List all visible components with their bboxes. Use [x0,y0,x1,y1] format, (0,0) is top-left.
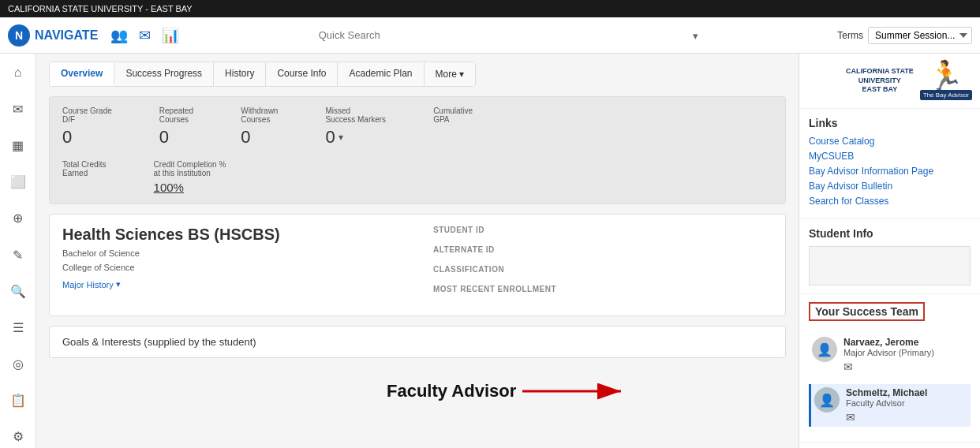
university-title: CALIFORNIA STATE UNIVERSITY - EAST BAY [8,4,193,13]
csu-logo-area: CALIFORNIA STATEUNIVERSITYEAST BAY 🏃 The… [799,54,980,109]
member-name-narvaez: Narvaez, Jerome [843,337,967,348]
link-course-catalog[interactable]: Course Catalog [809,136,971,147]
right-sidebar: CALIFORNIA STATEUNIVERSITYEAST BAY 🏃 The… [799,54,980,448]
calendar-icon[interactable]: ▦ [6,134,30,156]
goals-title: Goals & Interests (supplied by the stude… [62,336,256,348]
stat-credits: Total CreditsEarned [62,160,107,194]
program-college: College of Science [62,261,402,275]
classification-label: CLASSIFICATION [433,265,772,274]
program-section: Health Sciences BS (HSCBS) Bachelor of S… [49,214,786,316]
search-icon[interactable]: 🔍 [6,280,30,302]
students-icon[interactable]: 👥 [110,27,128,44]
email-icon-narvaez[interactable]: ✉ [843,360,853,373]
stat-course-grade-value: 0 [62,127,112,147]
student-info-box [809,246,971,286]
notes-icon[interactable]: 📋 [6,390,30,412]
program-right: STUDENT ID ALTERNATE ID CLASSIFICATION M… [433,226,772,304]
chart-icon[interactable]: ◎ [6,353,30,375]
avatar-narvaez: 👤 [812,337,837,362]
member-info-narvaez: Narvaez, Jerome Major Advisor (Primary) … [843,337,967,373]
search-dropdown-icon[interactable]: ▾ [693,29,698,41]
settings-icon[interactable]: ⚙ [6,426,30,448]
tab-more[interactable]: More ▾ [425,62,476,86]
stats-row-1: Course GradeD/F 0 RepeatedCourses 0 With… [62,106,772,147]
stat-withdrawn-label: WithdrawnCourses [241,106,278,124]
success-team-section: Your Success Team 👤 Narvaez, Jerome Majo… [799,294,980,443]
student-info-title: Student Info [809,227,971,240]
stat-credits-label: Total CreditsEarned [62,160,107,177]
stat-missed-value: 0 ▾ [325,127,386,147]
main-layout: ⌂ ✉ ▦ ⬜ ⊕ ✎ 🔍 ☰ ◎ 📋 ⚙ Overview Success P… [0,54,980,448]
stat-completion-label: Credit Completion %at this Institution [154,160,226,177]
program-name: Health Sciences BS (HSCBS) [62,226,402,244]
top-bar: CALIFORNIA STATE UNIVERSITY - EAST BAY [0,0,980,17]
stat-withdrawn-value: 0 [241,127,278,147]
program-degree: Bachelor of Science [62,247,402,261]
links-title: Links [809,117,971,129]
success-team-title: Your Success Team [809,302,925,321]
avatar-schmeltz: 👤 [814,387,840,413]
goals-section: Goals & Interests (supplied by the stude… [49,326,786,358]
stat-repeated-label: RepeatedCourses [159,106,193,124]
nav-logo[interactable]: N NAVIGATE [8,24,98,47]
search-input[interactable] [319,29,698,41]
member-role-schmeltz: Faculty Advisor [846,398,967,408]
tab-academic-plan[interactable]: Academic Plan [338,62,424,86]
stat-course-grade: Course GradeD/F 0 [62,106,112,147]
reports-icon[interactable]: 📊 [162,27,179,44]
member-name-schmeltz: Schmeltz, Michael [846,387,967,398]
content-area: Overview Success Progress History Course… [36,54,799,448]
link-mycsueb[interactable]: MyCSUEB [809,151,971,162]
pin-icon[interactable]: ✎ [6,244,30,266]
globe-icon[interactable]: ⊕ [6,207,30,230]
stat-repeated-courses: RepeatedCourses 0 [159,106,193,147]
message-icon[interactable]: ✉ [139,27,151,44]
link-bay-advisor-info[interactable]: Bay Advisor Information Page [809,166,971,177]
alternate-id-label: ALTERNATE ID [433,245,772,254]
email-icon-schmeltz[interactable]: ✉ [846,411,855,424]
navigate-label: NAVIGATE [35,28,98,43]
stat-missed-markers: MissedSuccess Markers 0 ▾ [325,106,386,147]
tab-overview[interactable]: Overview [50,62,114,86]
home-icon[interactable]: ⌂ [6,62,30,84]
navigate-logo-icon: N [8,24,30,47]
terms-area: Terms Summer Session... [837,27,972,44]
program-left: Health Sciences BS (HSCBS) Bachelor of S… [62,226,402,304]
stat-withdrawn: WithdrawnCourses 0 [241,106,278,147]
link-bay-advisor-bulletin[interactable]: Bay Advisor Bulletin [809,181,971,192]
stat-gpa: CumulativeGPA [433,106,473,147]
most-recent-enrollment-label: MOST RECENT ENROLLMENT [433,285,772,293]
tab-course-info[interactable]: Course Info [266,62,338,86]
stats-row-2: Total CreditsEarned Credit Completion %a… [62,160,772,194]
links-section: Links Course Catalog MyCSUEB Bay Advisor… [799,109,980,219]
tabs-bar: Overview Success Progress History Course… [49,62,476,87]
nav-bar: N NAVIGATE 👥 ✉ 📊 ▾ Terms Summer Session.… [0,17,980,54]
stat-repeated-value: 0 [159,127,193,147]
stat-missed-label: MissedSuccess Markers [325,106,386,124]
team-member-narvaez: 👤 Narvaez, Jerome Major Advisor (Primary… [809,334,971,376]
terms-label: Terms [837,30,863,41]
stat-missed-dropdown[interactable]: ▾ [339,132,343,143]
link-search-classes[interactable]: Search for Classes [809,196,971,207]
tab-success-progress[interactable]: Success Progress [114,62,214,86]
nav-icons: 👥 ✉ 📊 [110,27,179,44]
stat-course-grade-label: Course GradeD/F [62,106,112,124]
team-member-schmeltz: 👤 Schmeltz, Michael Faculty Advisor ✉ [809,384,971,427]
search-bar[interactable]: ▾ [192,29,825,41]
student-id-label: STUDENT ID [433,226,772,234]
csu-logo-figure: 🏃 [928,62,963,90]
tab-history[interactable]: History [214,62,266,86]
stat-completion-value: 100% [154,181,226,194]
terms-dropdown[interactable]: Summer Session... [868,27,972,44]
stat-gpa-label: CumulativeGPA [433,106,473,124]
mail-icon[interactable]: ✉ [6,98,30,120]
folder-icon[interactable]: ⬜ [6,171,30,193]
member-role-narvaez: Major Advisor (Primary) [843,348,967,357]
major-history-link[interactable]: Major History ▾ [62,279,402,289]
student-info-section: Student Info [799,219,980,294]
csu-logo-text: CALIFORNIA STATEUNIVERSITYEAST BAY [846,67,914,95]
bay-advisor-badge: The Bay Advisor [920,90,972,100]
stats-box: Course GradeD/F 0 RepeatedCourses 0 With… [49,96,786,204]
left-sidebar: ⌂ ✉ ▦ ⬜ ⊕ ✎ 🔍 ☰ ◎ 📋 ⚙ [0,54,36,448]
list-icon[interactable]: ☰ [6,316,30,338]
